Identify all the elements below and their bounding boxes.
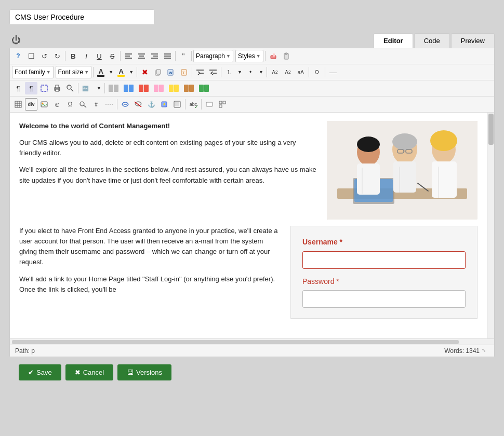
strikethrough-button[interactable]: S [106,50,118,62]
svg-rect-36 [129,85,134,92]
div-button[interactable]: div [25,98,37,111]
tab-editor[interactable]: Editor [374,33,413,48]
align-justify-button[interactable] [161,50,174,62]
template-brown-button[interactable] [182,82,196,94]
editor-content[interactable]: Welcome to the world of Content Manageme… [10,113,487,338]
svg-rect-43 [184,85,189,92]
ordered-list-button[interactable]: 1. [223,66,235,78]
page-break-button[interactable] [103,98,115,111]
svg-rect-81 [432,161,457,198]
print-button[interactable] [51,82,63,94]
color-dropdown-button[interactable]: ▼ [107,66,115,78]
highlight-button[interactable]: A [115,66,127,78]
form-field-button[interactable] [203,98,216,111]
svg-point-54 [80,102,84,106]
template-green-button[interactable] [197,82,211,94]
svg-text:T: T [182,71,185,75]
align-right-button[interactable] [148,50,161,62]
svg-rect-34 [114,85,118,92]
resize-handle[interactable]: ⤡ [482,347,489,355]
paste-plain-button[interactable]: T [178,66,190,78]
blockquote-button[interactable]: " [177,50,190,62]
vertical-scrollbar[interactable] [487,113,494,338]
italic-button[interactable]: I [80,50,92,62]
smaller-text-button[interactable]: aA [295,66,307,78]
font-size-dropdown[interactable]: Font size ▼ [56,66,92,78]
undo-button[interactable]: ↺ [38,50,50,62]
text-color-button[interactable]: A [95,66,107,78]
select-all-button[interactable] [38,82,50,94]
template-red-button[interactable] [137,82,151,94]
subscript-button[interactable]: A2 [282,66,294,78]
outdent-button[interactable] [207,66,219,78]
search-replace-button[interactable] [77,98,89,111]
copy-button[interactable] [152,66,164,78]
horizontal-scrollbar[interactable] [10,338,494,345]
align-center-button[interactable] [135,50,148,62]
login-box: Username * Password * [290,226,478,319]
superscript-button[interactable]: A2 [269,66,281,78]
smiley-button[interactable]: ☺ [51,98,63,111]
redo-button[interactable]: ↻ [51,50,63,62]
template-yellow-button[interactable] [167,82,181,94]
link-button[interactable] [119,98,131,111]
paste-button[interactable] [280,50,293,62]
power-icon[interactable]: ⏻ [11,35,21,46]
special-char-button[interactable]: Ω [64,98,76,111]
unordered-list-button[interactable]: • [244,66,257,78]
svg-rect-64 [219,101,222,104]
svg-rect-72 [357,164,380,195]
page-number-button[interactable]: # [90,98,102,111]
new-document-button[interactable]: ☐ [25,50,37,62]
image-button[interactable] [38,98,50,111]
flash-button[interactable] [158,98,170,111]
svg-rect-28 [56,85,59,88]
spellcheck2-button[interactable]: abc✓ [187,98,200,111]
iframe-button[interactable] [171,98,183,111]
bold-button[interactable]: B [67,50,79,62]
spellcheck-dropdown[interactable]: ▼ [95,82,103,94]
help-button[interactable]: ? [12,50,24,62]
save-button[interactable]: ✔ Save [19,364,61,380]
highlight-dropdown-button[interactable]: ▼ [127,66,135,78]
align-left-button[interactable] [122,50,135,62]
tab-code[interactable]: Code [414,33,450,48]
para4-text: If you elect to have Front End Access gr… [19,226,282,268]
svg-rect-47 [15,101,21,107]
username-label: Username * [302,237,466,248]
find-button[interactable] [64,82,76,94]
anchor-button[interactable]: ⚓ [145,98,157,111]
svg-rect-40 [159,85,164,92]
font-family-dropdown[interactable]: Font family ▼ [12,66,54,78]
password-label: Password * [302,276,466,288]
template-blue-button[interactable] [122,82,136,94]
eraser-button[interactable] [267,50,280,62]
para3-text: We'll explore all the features in the se… [19,165,319,185]
show-blocks-button[interactable]: ¶ [12,82,24,94]
underline-button[interactable]: U [93,50,105,62]
unordered-list-dropdown[interactable]: ▼ [257,66,265,78]
document-title-input[interactable]: CMS User Procedure [9,9,155,25]
remove-format-button[interactable]: ✖ [139,66,151,78]
svg-rect-13 [273,53,275,57]
template-pink-button[interactable] [152,82,166,94]
paragraph-dropdown[interactable]: Paragraph ▼ [193,50,233,62]
special-chars-button[interactable]: Ω [311,66,323,78]
table-button[interactable] [12,98,24,111]
username-input-preview [302,251,466,269]
spellcheck-button[interactable]: 🔤 [80,82,95,94]
versions-icon: 🖫 [127,369,134,376]
versions-button[interactable]: 🖫 Versions [117,364,171,380]
cancel-button[interactable]: ✖ Cancel [65,364,113,380]
indent-button[interactable] [194,66,206,78]
show-blocks2-button[interactable]: ¶ [25,82,37,94]
horizontal-rule-button[interactable]: — [327,66,339,78]
styles-dropdown[interactable]: Styles ▼ [235,50,263,62]
svg-line-31 [71,89,73,91]
tab-preview[interactable]: Preview [451,33,495,48]
unlink-button[interactable] [132,98,144,111]
expand-button[interactable] [216,98,229,111]
template-gray-button[interactable] [107,82,121,94]
ordered-list-dropdown[interactable]: ▼ [236,66,244,78]
paste-word-button[interactable]: W [165,66,177,78]
